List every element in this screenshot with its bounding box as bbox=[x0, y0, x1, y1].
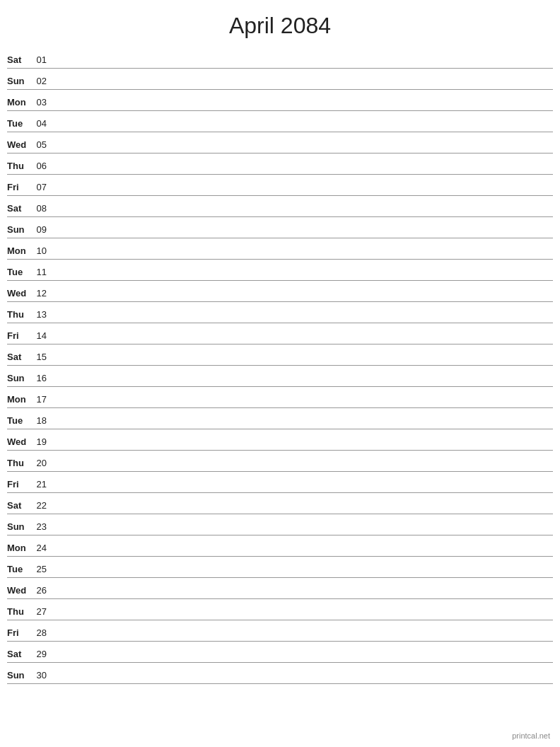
day-number: 13 bbox=[34, 309, 54, 321]
day-row: Sun23 bbox=[7, 514, 553, 535]
day-row: Fri14 bbox=[7, 323, 553, 344]
day-row: Tue11 bbox=[7, 260, 553, 281]
day-number: 24 bbox=[34, 543, 54, 555]
day-row: Wed19 bbox=[7, 429, 553, 451]
day-row: Thu27 bbox=[7, 599, 553, 620]
day-number: 20 bbox=[34, 458, 54, 470]
day-number: 06 bbox=[34, 161, 54, 173]
day-row: Sat08 bbox=[7, 196, 553, 217]
day-number: 10 bbox=[34, 245, 54, 257]
day-name: Sat bbox=[7, 352, 34, 364]
day-row: Mon10 bbox=[7, 238, 553, 260]
day-number: 25 bbox=[34, 564, 54, 576]
day-row: Fri28 bbox=[7, 620, 553, 642]
day-row: Mon17 bbox=[7, 387, 553, 408]
day-row: Thu13 bbox=[7, 302, 553, 323]
day-name: Wed bbox=[7, 288, 34, 300]
day-name: Thu bbox=[7, 458, 34, 470]
day-number: 12 bbox=[34, 288, 54, 300]
day-name: Fri bbox=[7, 479, 34, 491]
day-name: Thu bbox=[7, 161, 34, 173]
day-number: 05 bbox=[34, 139, 54, 151]
day-row: Tue25 bbox=[7, 557, 553, 578]
day-name: Tue bbox=[7, 564, 34, 576]
day-name: Sun bbox=[7, 224, 34, 236]
day-row: Fri07 bbox=[7, 175, 553, 196]
day-name: Sat bbox=[7, 203, 34, 215]
day-name: Mon bbox=[7, 394, 34, 406]
day-name: Wed bbox=[7, 139, 34, 151]
day-name: Wed bbox=[7, 436, 34, 448]
day-row: Mon24 bbox=[7, 535, 553, 557]
day-row: Tue04 bbox=[7, 111, 553, 132]
day-name: Sun bbox=[7, 521, 34, 533]
day-number: 26 bbox=[34, 585, 54, 597]
page-title: April 2084 bbox=[0, 0, 560, 47]
day-name: Sat bbox=[7, 500, 34, 512]
day-row: Mon03 bbox=[7, 90, 553, 111]
day-name: Thu bbox=[7, 606, 34, 618]
day-name: Sat bbox=[7, 649, 34, 661]
day-row: Sun02 bbox=[7, 69, 553, 90]
day-row: Sun30 bbox=[7, 663, 553, 684]
day-number: 23 bbox=[34, 521, 54, 533]
day-number: 04 bbox=[34, 118, 54, 130]
day-row: Wed05 bbox=[7, 132, 553, 154]
day-name: Sun bbox=[7, 76, 34, 88]
day-name: Tue bbox=[7, 118, 34, 130]
day-row: Wed12 bbox=[7, 281, 553, 302]
day-name: Mon bbox=[7, 97, 34, 109]
day-name: Sun bbox=[7, 670, 34, 682]
day-number: 11 bbox=[34, 267, 54, 279]
day-number: 14 bbox=[34, 330, 54, 342]
day-number: 09 bbox=[34, 224, 54, 236]
day-number: 08 bbox=[34, 203, 54, 215]
day-number: 16 bbox=[34, 373, 54, 385]
day-number: 22 bbox=[34, 500, 54, 512]
day-name: Wed bbox=[7, 585, 34, 597]
day-number: 02 bbox=[34, 76, 54, 88]
day-number: 01 bbox=[34, 54, 54, 66]
day-row: Thu06 bbox=[7, 154, 553, 175]
day-row: Sat01 bbox=[7, 47, 553, 69]
day-name: Sat bbox=[7, 54, 34, 66]
day-row: Fri21 bbox=[7, 472, 553, 493]
day-number: 03 bbox=[34, 97, 54, 109]
day-number: 15 bbox=[34, 352, 54, 364]
day-number: 21 bbox=[34, 479, 54, 491]
day-name: Tue bbox=[7, 415, 34, 427]
day-name: Sun bbox=[7, 373, 34, 385]
day-number: 29 bbox=[34, 649, 54, 661]
day-row: Tue18 bbox=[7, 408, 553, 429]
day-number: 18 bbox=[34, 415, 54, 427]
day-number: 07 bbox=[34, 182, 54, 194]
day-name: Fri bbox=[7, 627, 34, 639]
calendar-container: Sat01Sun02Mon03Tue04Wed05Thu06Fri07Sat08… bbox=[0, 47, 560, 684]
day-row: Sun09 bbox=[7, 217, 553, 238]
day-name: Mon bbox=[7, 245, 34, 257]
day-name: Thu bbox=[7, 309, 34, 321]
day-name: Tue bbox=[7, 267, 34, 279]
day-name: Fri bbox=[7, 182, 34, 194]
day-name: Mon bbox=[7, 543, 34, 555]
day-name: Fri bbox=[7, 330, 34, 342]
day-number: 30 bbox=[34, 670, 54, 682]
day-number: 28 bbox=[34, 627, 54, 639]
day-row: Wed26 bbox=[7, 578, 553, 599]
footer-text: printcal.net bbox=[512, 731, 550, 740]
day-row: Sat22 bbox=[7, 493, 553, 514]
day-row: Sun16 bbox=[7, 366, 553, 387]
day-number: 17 bbox=[34, 394, 54, 406]
day-row: Thu20 bbox=[7, 451, 553, 472]
day-number: 27 bbox=[34, 606, 54, 618]
day-row: Sat15 bbox=[7, 344, 553, 366]
day-number: 19 bbox=[34, 436, 54, 448]
day-row: Sat29 bbox=[7, 642, 553, 663]
